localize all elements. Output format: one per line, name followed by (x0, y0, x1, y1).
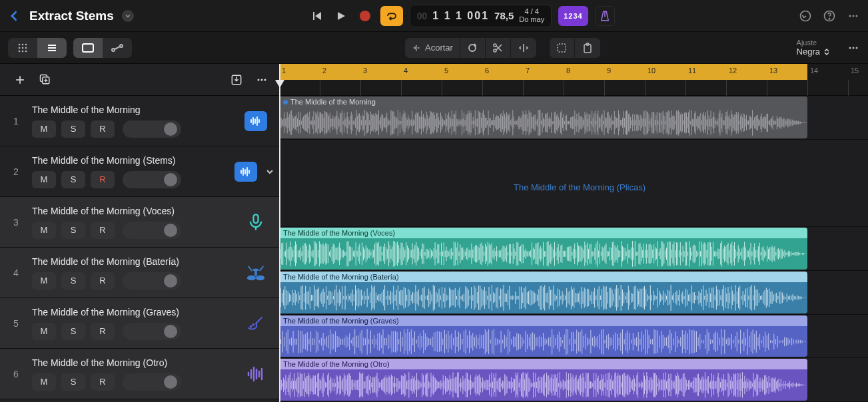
lcd-signature[interactable]: 4 / 4 Do may (519, 8, 544, 23)
volume-slider[interactable] (123, 222, 181, 239)
grid-view-icon[interactable] (8, 38, 37, 58)
solo-button[interactable]: S (61, 171, 85, 188)
svg-point-11 (25, 43, 27, 45)
solo-button[interactable]: S (61, 222, 85, 239)
track-row[interactable]: 1 The Middle of the Morning M S R (0, 96, 279, 146)
volume-slider[interactable] (123, 272, 181, 290)
mute-button[interactable]: M (32, 120, 56, 138)
track-lane[interactable]: The Middle of the Morning (279, 96, 868, 140)
audio-region[interactable]: The Middle of the Morning (Voces) (279, 228, 807, 270)
record-arm-button[interactable]: R (91, 171, 115, 188)
track-lane[interactable]: The Middle of the Morning (Otro) (279, 358, 868, 402)
lcd-display[interactable]: 00 1 1 1 001 78,5 4 / 4 Do may (410, 5, 552, 27)
track-row[interactable]: 5 The Middle of the Morning (Graves) M S… (0, 298, 279, 349)
track-lane[interactable]: The Middle of the Morning (Batería) (279, 271, 868, 315)
project-menu-chevron-icon[interactable] (122, 10, 134, 22)
more-icon[interactable] (847, 9, 860, 23)
help-icon[interactable] (823, 9, 836, 23)
drums-icon (244, 262, 267, 284)
volume-slider[interactable] (123, 373, 181, 391)
record-arm-button[interactable]: R (91, 272, 115, 290)
record-button[interactable] (356, 7, 374, 25)
ruler-bar-number: 2 (322, 67, 326, 75)
add-track-icon[interactable] (13, 73, 27, 87)
volume-slider[interactable] (123, 323, 181, 340)
svg-point-10 (22, 43, 24, 45)
ruler-bar-number: 13 (769, 67, 777, 75)
ruler-bar-number: 1 (282, 67, 286, 75)
solo-button[interactable]: S (61, 373, 85, 391)
audio-region[interactable]: The Middle of the Morning (Otro) (279, 359, 807, 401)
region-view-icon[interactable] (73, 38, 103, 58)
split-tool-icon[interactable] (511, 38, 536, 58)
track-lane[interactable]: The Middle of the Morning (Voces) (279, 227, 868, 271)
track-name[interactable]: The Middle of the Morning (Voces) (32, 206, 230, 216)
mute-button[interactable]: M (32, 373, 56, 391)
svg-point-17 (25, 50, 27, 52)
track-row[interactable]: 2 The Middle of the Morning (Stems) M S … (0, 146, 279, 197)
record-arm-button[interactable]: R (91, 373, 115, 391)
count-in-button[interactable]: 1234 (558, 6, 588, 26)
undo-history-icon[interactable] (799, 9, 812, 23)
snap-setting[interactable]: Ajuste Negra (797, 39, 831, 57)
solo-button[interactable]: S (61, 323, 85, 340)
track-name[interactable]: The Middle of the Morning (32, 104, 230, 115)
track-name[interactable]: The Middle of the Morning (Otro) (32, 357, 230, 368)
track-row[interactable]: 6 The Middle of the Morning (Otro) M S R (0, 349, 279, 399)
arrange-area[interactable]: 123456789101112131415 The Middle of the … (279, 64, 868, 402)
ruler-bar-number: 11 (688, 67, 696, 75)
volume-slider[interactable] (123, 171, 181, 188)
track-lane[interactable]: The Middle of the Morning (Graves) (279, 315, 868, 359)
lcd-tempo[interactable]: 78,5 (494, 10, 514, 21)
ruler-bar-number: 9 (607, 67, 611, 75)
track-row[interactable]: 4 The Middle of the Morning (Batería) M … (0, 248, 279, 298)
svg-point-22 (112, 49, 115, 51)
record-arm-button[interactable]: R (91, 120, 115, 138)
automation-view-icon[interactable] (103, 38, 132, 58)
solo-button[interactable]: S (61, 272, 85, 290)
go-to-start-button[interactable] (308, 7, 326, 25)
select-tool-icon[interactable] (550, 38, 575, 58)
paste-tool-icon[interactable] (575, 38, 600, 58)
playhead[interactable] (279, 64, 280, 402)
back-chevron-icon[interactable] (8, 9, 21, 23)
audio-region[interactable]: The Middle of the Morning (279, 97, 807, 138)
mute-button[interactable]: M (32, 222, 56, 239)
track-name[interactable]: The Middle of the Morning (Graves) (32, 307, 230, 317)
audio-region[interactable]: The Middle of the Morning (Batería) (279, 272, 807, 313)
svg-point-44 (258, 79, 260, 81)
trim-tool[interactable]: Acortar (405, 38, 460, 58)
ruler[interactable]: 123456789101112131415 (279, 64, 868, 96)
play-button[interactable] (332, 7, 350, 25)
track-name[interactable]: The Middle of the Morning (Batería) (32, 256, 230, 267)
record-arm-button[interactable]: R (91, 222, 115, 239)
audio-region[interactable]: The Middle of the Morning (Graves) (279, 315, 807, 357)
loop-button[interactable] (380, 6, 403, 26)
svg-point-14 (25, 47, 27, 49)
import-icon[interactable] (230, 73, 243, 87)
toolbar-more-icon[interactable] (847, 41, 860, 55)
expand-folder-icon[interactable] (262, 164, 277, 179)
solo-button[interactable]: S (61, 120, 85, 138)
project-title[interactable]: Extract Stems (29, 9, 114, 23)
audio-track-icon (234, 162, 257, 182)
svg-point-7 (853, 15, 855, 17)
mute-button[interactable]: M (32, 272, 56, 290)
track-options-icon[interactable] (255, 73, 268, 87)
record-arm-button[interactable]: R (91, 323, 115, 340)
mute-button[interactable]: M (32, 323, 56, 340)
track-name[interactable]: The Middle of the Morning (Stems) (32, 155, 230, 166)
mute-button[interactable]: M (32, 171, 56, 188)
edit-tools-group: Acortar (405, 38, 536, 58)
track-lane[interactable]: The Middle of the Morning (Plicas) (279, 140, 868, 227)
volume-slider[interactable] (123, 120, 181, 138)
svg-point-8 (856, 15, 858, 17)
loop-tool-icon[interactable] (460, 38, 486, 58)
list-view-icon[interactable] (37, 38, 67, 58)
track-row[interactable]: 3 The Middle of the Morning (Voces) M S … (0, 197, 279, 248)
svg-line-24 (115, 47, 120, 49)
scissors-tool-icon[interactable] (486, 38, 511, 58)
metronome-button[interactable] (595, 6, 615, 26)
duplicate-track-icon[interactable] (39, 73, 52, 87)
ruler-bar-number: 10 (648, 67, 655, 75)
